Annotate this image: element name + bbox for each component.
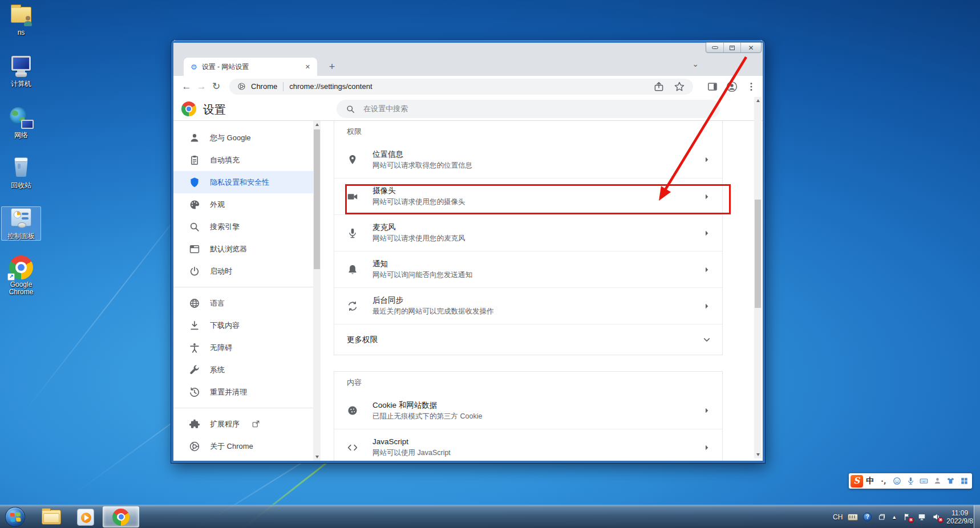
sidebar-item-11[interactable]: 重置并清理 xyxy=(173,381,313,403)
settings-row-位置信息[interactable]: 位置信息网站可以请求取得您的位置信息 xyxy=(334,141,722,178)
back-button[interactable]: ← xyxy=(179,81,194,92)
sidebar-item-label: 隐私设置和安全性 xyxy=(210,177,269,188)
close-icon: ✕ xyxy=(748,44,754,51)
sidebar-item-2[interactable]: 隐私设置和安全性 xyxy=(173,171,313,193)
soft-keyboard-icon[interactable] xyxy=(918,475,930,488)
help-tray-icon[interactable]: ? xyxy=(863,513,872,521)
hidden-icons-chevron-icon[interactable]: ▲ xyxy=(892,514,897,520)
settings-search-input[interactable]: 在设置中搜索 xyxy=(337,100,720,118)
punctuation-icon[interactable]: ·, xyxy=(877,475,890,488)
taskbar-media-player-button[interactable] xyxy=(73,506,98,527)
sidebar-divider xyxy=(173,408,313,408)
maximize-button[interactable] xyxy=(723,43,740,52)
sogou-input-bar[interactable]: S中·, xyxy=(849,473,972,489)
ime-window-icon[interactable] xyxy=(877,513,886,521)
row-title: 通知 xyxy=(372,259,472,269)
desktop-icon-ns[interactable]: ns xyxy=(1,3,41,36)
gear-favicon-icon: ⚙ xyxy=(191,63,197,71)
scrollbar-thumb[interactable] xyxy=(314,129,320,269)
keyboard-tray-icon[interactable] xyxy=(848,514,858,521)
new-tab-button[interactable]: + xyxy=(325,60,339,74)
profile-avatar-icon[interactable] xyxy=(726,81,738,92)
sidebar-item-5[interactable]: 默认浏览器 xyxy=(173,238,313,260)
chrome-icon: ↗ xyxy=(9,255,34,279)
desktop-icon-control-panel[interactable]: 控制面板 xyxy=(1,206,41,241)
row-title: 后台同步 xyxy=(372,295,494,306)
taskbar-explorer-button[interactable] xyxy=(39,506,64,527)
chevron-right-icon xyxy=(702,301,712,311)
share-icon[interactable] xyxy=(653,81,665,92)
forward-button[interactable]: → xyxy=(194,81,209,92)
reload-button[interactable]: ↻ xyxy=(209,80,224,92)
computer-icon xyxy=(9,55,34,79)
desktop-icon-recycle-bin[interactable]: 回收站 xyxy=(1,156,41,189)
show-desktop-button[interactable] xyxy=(974,505,980,528)
network-tray-icon[interactable] xyxy=(917,513,926,521)
settings-row-Cookie 和网站数据[interactable]: Cookie 和网站数据已阻止无痕模式下的第三方 Cookie xyxy=(334,392,722,429)
skin-icon[interactable] xyxy=(945,475,957,488)
minimize-button[interactable] xyxy=(706,43,723,52)
sidebar-item-3[interactable]: 外观 xyxy=(173,193,313,216)
action-center-flag-icon[interactable]: ✕ xyxy=(902,513,912,521)
sidebar-item-label: 扩展程序 xyxy=(210,419,240,429)
taskbar-chrome-button[interactable] xyxy=(103,506,139,527)
bookmark-star-icon[interactable] xyxy=(674,81,685,92)
menu-dots-icon[interactable] xyxy=(746,81,757,92)
emoji-icon[interactable] xyxy=(891,475,904,488)
desktop-icon-google-chrome[interactable]: ↗ Google Chrome xyxy=(1,255,41,296)
scrollbar-thumb[interactable] xyxy=(755,200,761,308)
window-controls: ✕ xyxy=(706,42,762,53)
tab-search-chevron-icon[interactable]: ⌄ xyxy=(692,59,699,68)
page-scrollbar[interactable] xyxy=(754,97,762,458)
chinese-mode-icon[interactable]: 中 xyxy=(864,475,877,488)
start-button[interactable] xyxy=(5,507,25,527)
settings-row-JavaScript[interactable]: JavaScript网站可以使用 JavaScript xyxy=(334,429,722,461)
scroll-up-icon[interactable] xyxy=(754,97,762,105)
row-title: 麦克风 xyxy=(372,222,465,233)
scroll-up-icon[interactable] xyxy=(313,121,321,129)
row-description: 网站可以请求使用您的麦克风 xyxy=(372,234,465,243)
desktop-icon-label: 回收站 xyxy=(1,182,41,189)
sidebar-item-6[interactable]: 启动时 xyxy=(173,260,313,282)
tab-close-icon[interactable]: ✕ xyxy=(303,62,313,72)
login-icon[interactable] xyxy=(931,475,943,488)
desktop-icon-computer[interactable]: 计算机 xyxy=(1,55,41,88)
sidebar-item-4[interactable]: 搜索引擎 xyxy=(173,216,313,238)
desktop-icon-network[interactable]: 网络 xyxy=(1,106,41,139)
more-permissions-row[interactable]: 更多权限 xyxy=(334,324,722,355)
settings-row-后台同步[interactable]: 后台同步最近关闭的网站可以完成数据收发操作 xyxy=(334,287,722,324)
scroll-down-icon[interactable] xyxy=(313,453,321,461)
address-bar[interactable]: Chrome chrome://settings/content xyxy=(229,79,693,95)
section-label: 权限 xyxy=(334,121,722,141)
sidebar-item-13[interactable]: 关于 Chrome xyxy=(173,435,313,457)
chevron-right-icon xyxy=(702,228,712,238)
shield-icon xyxy=(189,177,200,188)
settings-row-麦克风[interactable]: 麦克风网站可以请求使用您的麦克风 xyxy=(334,214,722,251)
tray-time: 11:09 xyxy=(946,509,973,517)
ime-language-indicator[interactable]: CH xyxy=(833,513,843,521)
side-panel-icon[interactable] xyxy=(707,81,718,92)
sidebar-item-9[interactable]: 无障碍 xyxy=(173,336,313,359)
clock[interactable]: 11:09 2022/9/8 xyxy=(946,509,973,525)
voice-icon[interactable] xyxy=(904,475,917,488)
settings-row-通知[interactable]: 通知网站可以询问能否向您发送通知 xyxy=(334,251,722,287)
tab-settings[interactable]: ⚙ 设置 - 网站设置 ✕ xyxy=(184,58,317,76)
sogou-logo-icon[interactable]: S xyxy=(851,475,863,488)
volume-tray-icon[interactable]: ✕ xyxy=(932,513,941,521)
sidebar-item-7[interactable]: 语言 xyxy=(173,292,313,314)
system-tray: CH ? ▲ ✕ ✕ 11:09 2022/9/8 xyxy=(833,505,973,528)
sidebar-item-8[interactable]: 下载内容 xyxy=(173,314,313,336)
puzzle-icon xyxy=(189,419,200,430)
sidebar-item-10[interactable]: 系统 xyxy=(173,359,313,381)
row-title: JavaScript xyxy=(372,437,451,447)
sidebar-scrollbar[interactable] xyxy=(313,121,321,461)
sidebar-item-12[interactable]: 扩展程序 xyxy=(173,413,313,435)
settings-row-摄像头[interactable]: 摄像头网站可以请求使用您的摄像头 xyxy=(334,178,722,214)
desktop-icon-label: Google Chrome xyxy=(3,281,39,296)
sidebar-item-label: 系统 xyxy=(210,365,225,375)
toolbox-icon[interactable] xyxy=(958,475,971,488)
sidebar-item-0[interactable]: 您与 Google xyxy=(173,127,313,149)
scroll-down-icon[interactable] xyxy=(754,450,762,458)
close-button[interactable]: ✕ xyxy=(740,43,761,52)
sidebar-item-1[interactable]: 自动填充 xyxy=(173,149,313,171)
